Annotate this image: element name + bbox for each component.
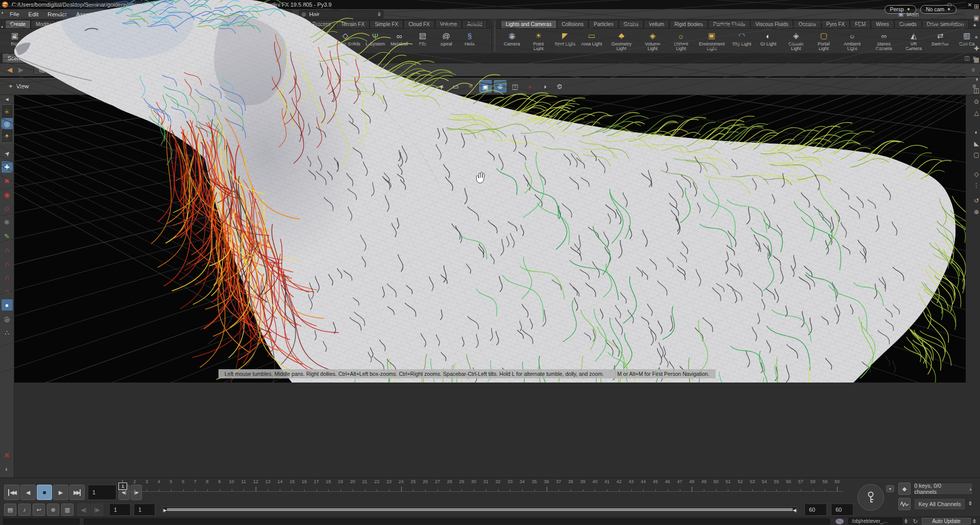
current-frame-flag[interactable]: 1 [118, 483, 127, 490]
camera-selector[interactable]: No cam ▼ [920, 5, 957, 14]
key-mode-selector[interactable]: Key All Channels [914, 498, 966, 510]
status-message-field [84, 518, 830, 524]
keys-status-label: 0 keys, 0/0 channels [914, 483, 965, 495]
viewport-canvas[interactable] [0, 0, 966, 383]
key-mode-label: Key All Channels [918, 501, 961, 507]
camera-label: No cam [926, 6, 944, 12]
keys-status-box[interactable]: 0 keys, 0/0 channels ▲ [914, 483, 973, 495]
next-keyframe-button[interactable]: |▶ [91, 504, 103, 516]
spinner-icon[interactable] [973, 519, 976, 523]
playbar: ◀◀ ◀ ■ ▶ ▶▶ 1 ◀| |▶ 12345678910111213141… [0, 478, 980, 517]
spinner-icon[interactable] [904, 519, 908, 523]
visibility-tool-icon[interactable]: ◐ [2, 463, 13, 474]
status-bar: /obj/retriever_... ↻ Auto Update [0, 517, 980, 525]
spinner-icon[interactable] [969, 501, 972, 506]
keyframe-panel-icon[interactable]: ◆ [898, 483, 911, 495]
prev-keyframe-button[interactable]: ◀| [78, 504, 90, 516]
current-frame-field[interactable]: 1 [88, 485, 116, 500]
delete-tool-icon[interactable]: ✖ [2, 449, 13, 461]
audio-icon[interactable]: ♪ [18, 504, 31, 516]
range-slider-right-handle[interactable]: ◀ [793, 508, 796, 513]
global-end-field[interactable]: 60 [831, 504, 853, 516]
channel-scope-icon[interactable] [898, 498, 911, 510]
help-text-primary: Left mouse tumbles. Middle pans. Right d… [225, 371, 604, 377]
scene-viewport[interactable]: Persp ▼ No cam ▼ ⊞ ▣ ⌖ ✚ ▦ ◑ ◫ ⊙ △ ◐ ◣ ▢ [0, 0, 966, 383]
hand-cursor [474, 171, 487, 186]
stop-button[interactable]: ■ [37, 485, 52, 500]
chevron-down-icon: ▼ [947, 7, 951, 12]
range-start-field[interactable]: 1 [134, 504, 155, 516]
global-start-field[interactable]: 1 [109, 504, 131, 516]
collapse-panel-icon[interactable]: ▲ [969, 487, 972, 491]
memory-usage-icon [835, 518, 844, 524]
jump-end-button[interactable]: ▶▶ [69, 485, 85, 500]
timeline-ruler[interactable]: 1234567891011121314151617181920212223242… [122, 478, 843, 492]
key-options-chevron-icon[interactable]: ▼ [886, 485, 894, 492]
current-node-path[interactable]: /obj/retriever_... [848, 518, 902, 524]
projection-label: Persp [890, 6, 904, 12]
projection-selector[interactable]: Persp ▼ [885, 5, 916, 14]
help-text-secondary: M or Alt+M for First Person Navigation. [617, 371, 709, 377]
play-reverse-button[interactable]: ◀ [20, 485, 36, 500]
play-button[interactable]: ▶ [53, 485, 68, 500]
houdini-window: C:/Users/borndigital/Desktop/Seminar/gol… [0, 0, 980, 525]
range-slider-left-handle[interactable]: ▶ [163, 508, 167, 513]
set-key-button[interactable] [857, 484, 884, 511]
range-end-field[interactable]: 60 [804, 504, 827, 516]
update-mode-selector[interactable]: Auto Update [922, 518, 971, 524]
key-icon [866, 491, 875, 504]
flipbook-icon[interactable]: ↩ [33, 504, 45, 516]
cook-sync-icon[interactable]: ↻ [913, 518, 918, 525]
global-animation-options-icon[interactable]: ⊕ [47, 504, 59, 516]
range-slider-fill[interactable] [167, 508, 793, 511]
frame-range-slider[interactable]: ▶ ◀ [162, 507, 797, 513]
chevron-down-icon: ▼ [906, 7, 911, 12]
status-cell [3, 518, 80, 524]
playbar-options-icon[interactable]: ▤ [4, 504, 16, 516]
viewport-help-bar: Left mouse tumbles. Middle pans. Right d… [218, 369, 716, 378]
jump-start-button[interactable]: ◀◀ [4, 485, 19, 500]
set-range-icon[interactable]: ▥ [61, 504, 74, 516]
